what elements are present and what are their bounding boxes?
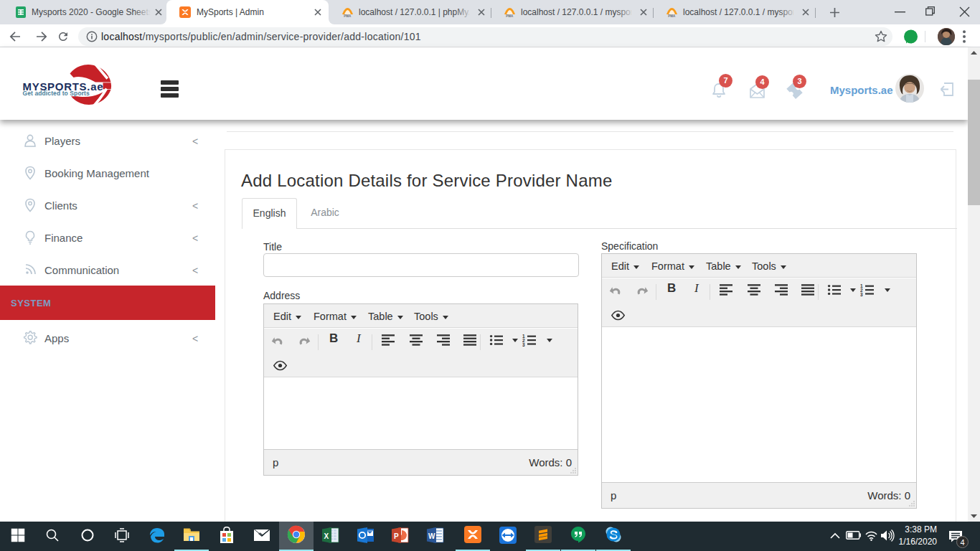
svg-text:3: 3 <box>860 292 863 297</box>
svg-text:3: 3 <box>522 342 525 347</box>
svg-text:Get addicted to Sports: Get addicted to Sports <box>23 90 90 97</box>
svg-text:X: X <box>324 532 329 540</box>
svg-text:PMA: PMA <box>344 14 352 18</box>
svg-text:P: P <box>394 532 399 540</box>
svg-text:W: W <box>428 532 435 540</box>
svg-text:PMA: PMA <box>668 14 676 18</box>
svg-text:PMA: PMA <box>506 14 514 18</box>
